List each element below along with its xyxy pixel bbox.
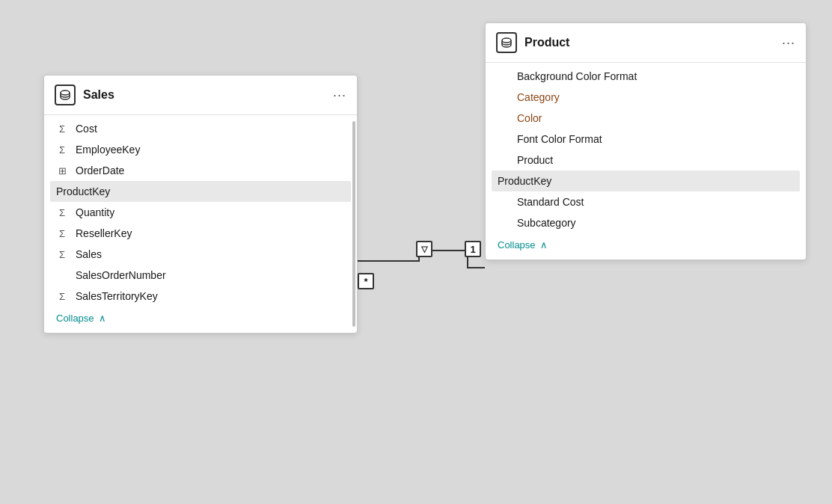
- sales-field-productkey[interactable]: ProductKey: [50, 181, 351, 202]
- sales-card-header: Sales ···: [44, 76, 357, 115]
- sigma-icon: [56, 207, 68, 218]
- sigma-icon: [56, 123, 68, 135]
- product-collapse-button[interactable]: Collapse ∧: [486, 233, 806, 256]
- product-field-product[interactable]: Product: [486, 150, 806, 170]
- sigma-icon: [56, 249, 68, 260]
- sales-collapse-label: Collapse: [56, 313, 94, 324]
- sales-field-salesterritorykey[interactable]: SalesTerritoryKey: [44, 286, 357, 307]
- sales-card-menu[interactable]: ···: [333, 87, 346, 103]
- sigma-icon: [56, 291, 68, 302]
- product-field-category[interactable]: Category: [486, 87, 806, 108]
- sales-field-quantity[interactable]: Quantity: [44, 202, 357, 223]
- product-field-productkey[interactable]: ProductKey: [492, 170, 800, 191]
- sales-scrollbar[interactable]: [352, 121, 355, 327]
- sales-card-body: Cost EmployeeKey ⊞ OrderDate ProductKey …: [44, 115, 357, 333]
- sales-field-cost[interactable]: Cost: [44, 118, 357, 139]
- svg-point-0: [61, 90, 70, 95]
- product-field-standard-cost[interactable]: Standard Cost: [486, 191, 806, 212]
- product-field-font-color-format[interactable]: Font Color Format: [486, 129, 806, 150]
- sales-field-salesordernumber[interactable]: SalesOrderNumber: [44, 265, 357, 286]
- product-card-body: Background Color Format Category Color F…: [486, 63, 806, 259]
- sigma-icon: [56, 228, 68, 239]
- product-card-menu[interactable]: ···: [782, 35, 795, 51]
- sales-card-title: Sales: [83, 88, 325, 102]
- arrow-connector-badge: ▽: [416, 241, 432, 257]
- sales-collapse-icon: ∧: [99, 313, 106, 324]
- product-collapse-icon: ∧: [540, 239, 548, 251]
- product-table-card: Product ··· Background Color Format Cate…: [485, 22, 807, 260]
- product-card-title: Product: [524, 36, 774, 49]
- sales-table-card: Sales ··· Cost EmployeeKey ⊞ OrderDate P…: [43, 75, 358, 334]
- product-field-bg-color-format[interactable]: Background Color Format: [486, 66, 806, 87]
- sales-collapse-button[interactable]: Collapse ∧: [44, 307, 357, 330]
- one-connector-badge: 1: [465, 241, 481, 257]
- product-table-icon: [496, 32, 517, 53]
- calendar-icon: ⊞: [56, 165, 68, 176]
- sigma-icon: [56, 144, 68, 156]
- product-field-color[interactable]: Color: [486, 108, 806, 129]
- sales-field-employeekey[interactable]: EmployeeKey: [44, 139, 357, 160]
- canvas: * ▽ 1 Sales ··· Cost: [0, 0, 832, 504]
- sales-field-sales[interactable]: Sales: [44, 244, 357, 265]
- sales-table-icon: [55, 84, 76, 105]
- product-field-subcategory[interactable]: Subcategory: [486, 212, 806, 233]
- product-card-header: Product ···: [486, 23, 806, 63]
- svg-point-1: [502, 38, 511, 43]
- product-collapse-label: Collapse: [498, 239, 536, 251]
- sales-field-orderdate[interactable]: ⊞ OrderDate: [44, 160, 357, 181]
- sales-field-resellerkey[interactable]: ResellerKey: [44, 223, 357, 244]
- many-connector-badge: *: [358, 273, 374, 289]
